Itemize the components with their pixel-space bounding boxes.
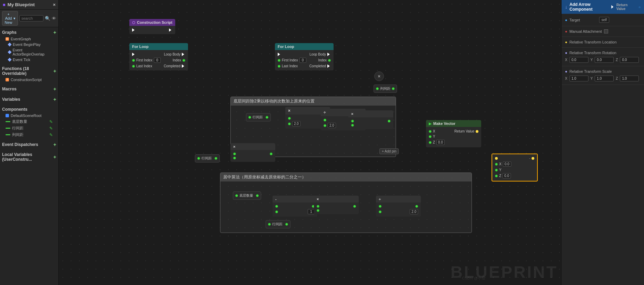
dispatchers-add-btn[interactable]: + [53,142,56,147]
fl2-index-out [328,59,331,62]
plus-header: × [348,110,393,117]
event-dispatchers-header[interactable]: Event Dispatchers + [2,141,56,148]
rp-rot-y-input[interactable] [595,57,614,63]
construction-script-header: ⬡ Construction Script [129,19,175,26]
construction-script-body [129,26,175,34]
sidebar-item-xingjianju[interactable]: 行间距 ✎ [2,125,56,131]
macros-add-btn[interactable]: + [53,86,56,92]
rp-rot-xyz-row: X Y Z [565,56,641,64]
fl1-lastindex-row: Last Index Completed [132,63,185,69]
liejianju-node[interactable]: 列间距 [374,85,397,93]
variables-add-btn[interactable]: + [53,97,56,102]
for-loop-2-node[interactable]: For Loop Loop Body First Index 0 [275,43,334,70]
mul-main-body [230,150,275,162]
divc2-in1 [379,205,382,208]
local-vars-add-btn[interactable]: + [53,154,56,160]
div-in1 [324,119,326,121]
rp-rel-loc-section: ● Relative Transform Location [562,37,644,48]
fl2-completed-pin [327,65,331,68]
sidebar-item-actoroverlap[interactable]: Event ActorBeginOverlap [2,47,56,57]
components-header[interactable]: Components [2,106,56,113]
make-vector-body: X Return Value Y Z 0.0 [426,127,481,147]
minus-body: 1 [273,203,317,217]
variables-header[interactable]: Variables + [2,96,56,103]
minus-node-comment2[interactable]: - 1 [273,196,317,217]
minus-in2 [275,210,278,213]
cs-exec-out-pin [169,28,172,32]
functions-header[interactable]: Functions (18 Overridable) + [2,65,56,77]
rp-rel-scale-section: ● Relative Transform Scale X Y Z [562,66,644,85]
multiply-node-c2[interactable]: × [314,196,359,214]
bv-z-pin [495,175,498,177]
search-input[interactable] [19,15,43,21]
rp-scale-z-input[interactable] [620,76,639,81]
bottom-vector-node[interactable]: - X 0.0 Y Z [492,154,538,181]
plus-out [388,120,390,122]
rel-scale-pin-dot: ● [565,69,567,73]
bv-in-pin [495,157,498,160]
plus-node-comment[interactable]: × [348,110,393,129]
divc2-out [415,205,418,208]
xingjianju-node-2[interactable]: 行间距 [195,154,220,163]
for-loop-1-node[interactable]: For Loop Loop Body First Index 0 [129,43,188,70]
rp-scale-x-input[interactable] [569,76,588,81]
arrow-node-icon: ↓ [565,4,567,10]
make-vector-node[interactable]: ▶ Make Vector X Return Value Y [426,120,481,147]
blueprint-canvas[interactable]: ⬡ Construction Script For Loop [59,0,561,285]
dilayer-node-2[interactable]: 底层数量 [233,191,261,200]
for-loop-2-header: For Loop [275,43,334,50]
watermark: BLUEPRINT [450,263,558,282]
fl1-exec-in [132,53,136,56]
eye-icon[interactable]: 👁 [52,16,56,21]
sidebar-item-liejianju[interactable]: 列间距 ✎ [2,131,56,138]
graphs-header[interactable]: Graphs + [2,29,56,36]
dcs2-out [235,194,238,197]
minus-header: - [273,196,317,203]
sidebar-item-dilayer[interactable]: 底层数量 ✎ [2,118,56,125]
sidebar-item-beginplay[interactable]: Event BeginPlay [2,42,56,47]
bottom-vec-body: - X 0.0 Y Z [492,154,537,181]
sidebar-item-eventgraph[interactable]: E EventGraph [2,36,56,42]
mv-y-pin [429,135,432,138]
rp-header: ↓ Add Arrow Component Return Value ○ [562,0,644,14]
add-new-button[interactable]: + Add New ▾ [2,11,18,26]
manual-attach-checkbox[interactable] [604,29,608,33]
event-icon3 [8,58,11,61]
mul-main-out [270,153,273,155]
mulc2-out [353,205,356,208]
add-pin-button[interactable]: + Add pin [379,148,399,154]
var-line-icon2 [6,128,10,129]
var-edit-icon2[interactable]: ✎ [49,126,53,131]
minus-in1 [275,205,278,208]
watermark-sub: CSDN @小瓜 [462,276,485,281]
macros-header[interactable]: Macros + [2,85,56,93]
construction-script-node[interactable]: ⬡ Construction Script [129,19,175,34]
sidebar-item-constructionscript[interactable]: f ConstructionScript [2,77,56,82]
for-loop-1-body: Loop Body First Index 0 Index Last [129,50,188,70]
rel-loc-pin-dot: ● [565,40,567,44]
sidebar-close-btn[interactable]: × [53,2,56,7]
multiply-main[interactable]: × [230,143,275,162]
rel-rot-pin-dot: ● [565,51,567,55]
sidebar-item-defaultsceneroot[interactable]: DefaultSceneRoot [2,113,56,118]
rp-scale-y-input[interactable] [595,76,614,81]
var-edit-icon[interactable]: ✎ [49,119,53,124]
sidebar-item-tick[interactable]: Event Tick [2,57,56,62]
plus-in2 [351,124,354,127]
functions-section: Functions (18 Overridable) + f Construct… [0,64,58,84]
sidebar-title: My Blueprint [8,2,35,7]
var-edit-icon3[interactable]: ✎ [49,132,53,137]
bv-y-pin [495,169,498,171]
xjjc2-in [285,223,288,226]
xingjianju-node-1[interactable]: 行间距 [246,113,271,121]
mul-main-in1 [233,153,236,155]
divide-node-c2[interactable]: ÷ 2.0 [376,196,421,217]
functions-add-btn[interactable]: + [53,68,56,74]
mul-in1 [288,117,291,120]
graphs-add-btn[interactable]: + [53,30,56,35]
xingjianju-c2[interactable]: 行间距 [266,220,290,228]
multiply-node-1[interactable]: × [374,71,384,81]
local-variables-header[interactable]: Local Variables (UserConstru... + [2,151,56,163]
rp-rot-x-input[interactable] [569,57,588,63]
rp-rot-z-input[interactable] [620,57,639,63]
